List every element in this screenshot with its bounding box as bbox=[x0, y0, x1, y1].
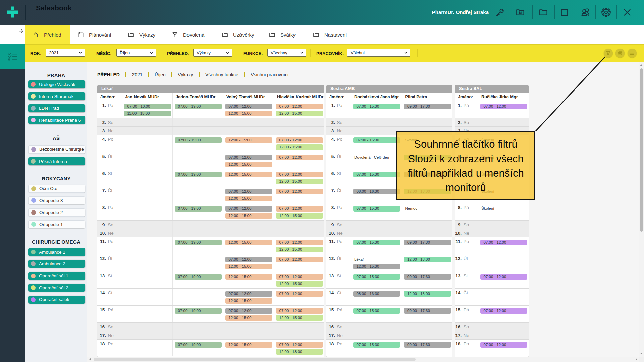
schedule-cell[interactable]: 09:00 - 17:30 bbox=[402, 306, 453, 322]
folder-n-icon[interactable] bbox=[515, 7, 525, 17]
schedule-cell[interactable]: 09:00 - 17:30 bbox=[402, 272, 453, 288]
shift-pill[interactable]: 07:00 - 12:00 bbox=[480, 308, 527, 314]
scroll-left-icon[interactable] bbox=[89, 358, 91, 361]
schedule-cell[interactable] bbox=[351, 118, 402, 126]
shift-pill[interactable]: 07:00 - 19:00 bbox=[175, 308, 222, 314]
schedule-cell[interactable]: 07:00 - 12:0012:00 - 15:00 bbox=[274, 169, 324, 186]
schedule-cell[interactable] bbox=[478, 323, 529, 331]
shift-pill[interactable]: 07:00 - 19:00 bbox=[175, 342, 222, 348]
tab-4[interactable]: Uzávěrky bbox=[214, 25, 262, 44]
shift-pill[interactable]: 07:00 - 19:00 bbox=[175, 206, 222, 212]
schedule-cell[interactable] bbox=[351, 323, 402, 331]
schedule-cell[interactable]: Nemoc bbox=[402, 203, 453, 220]
schedule-cell[interactable]: 12:00 - 15:00 bbox=[223, 272, 274, 288]
shift-pill[interactable]: 07:00 - 12:00 bbox=[225, 155, 272, 160]
schedule-cell[interactable]: 07:00 - 12:0012:00 - 15:00 bbox=[223, 101, 274, 118]
sidebar-item[interactable]: Ortopedie 3 bbox=[28, 196, 85, 204]
schedule-cell[interactable] bbox=[478, 229, 529, 237]
schedule-cell[interactable] bbox=[402, 221, 453, 229]
schedule-cell[interactable] bbox=[223, 118, 274, 126]
schedule-cell[interactable]: 07:00 - 15:30 bbox=[351, 340, 402, 356]
schedule-cell[interactable]: 09:00 - 17:30 bbox=[402, 340, 453, 356]
shift-pill[interactable]: 12:00 - 15:30 bbox=[353, 264, 400, 269]
shift-pill[interactable]: 12:00 - 15:00 bbox=[276, 315, 323, 321]
shift-pill[interactable]: 07:00 - 15:30 bbox=[353, 308, 400, 314]
shift-pill[interactable]: 07:00 - 12:00 bbox=[480, 342, 527, 348]
schedule-cell[interactable]: 08:00 - 16:30 bbox=[351, 289, 402, 305]
vertical-scrollbar-thumb[interactable] bbox=[640, 68, 643, 232]
shift-pill[interactable]: 12:00 - 15:00 bbox=[225, 162, 272, 167]
schedule-cell[interactable]: 07:00 - 12:00 bbox=[478, 306, 529, 322]
schedule-cell[interactable]: 07:00 - 12:00 bbox=[274, 289, 324, 305]
shift-pill[interactable]: 07:00 - 19:00 bbox=[175, 172, 222, 177]
schedule-cell[interactable]: 07:00 - 12:0012:00 - 15:00 bbox=[274, 135, 324, 152]
shift-pill[interactable]: 07:00 - 12:00 bbox=[480, 274, 527, 280]
schedule-cell[interactable]: 07:00 - 15:30 bbox=[351, 306, 402, 322]
schedule-cell[interactable] bbox=[172, 229, 223, 237]
schedule-cell[interactable] bbox=[223, 323, 274, 331]
shift-pill[interactable]: 07:00 - 12:00 bbox=[225, 308, 272, 314]
shift-pill[interactable]: 09:00 - 17:30 bbox=[404, 274, 451, 280]
sidebar-item[interactable]: Ortopedie 2 bbox=[28, 208, 85, 217]
schedule-cell[interactable]: 07:00 - 15:30 bbox=[351, 203, 402, 220]
shift-pill[interactable]: 07:00 - 12:00 bbox=[225, 206, 272, 212]
shift-pill[interactable]: 07:00 - 12:00 bbox=[276, 104, 323, 109]
shift-pill[interactable]: 07:00 - 12:00 bbox=[276, 257, 323, 262]
scroll-up-icon[interactable] bbox=[640, 64, 643, 66]
shift-pill[interactable]: 07:00 - 19:00 bbox=[175, 274, 222, 280]
shift-pill[interactable]: 11:00 - 15:00 bbox=[124, 111, 171, 116]
schedule-cell[interactable]: Dovolená - Celý den bbox=[351, 152, 402, 169]
shift-pill[interactable]: 08:00 - 16:30 bbox=[353, 189, 400, 194]
schedule-cell[interactable]: 07:00 - 12:0012:00 - 15:00 bbox=[274, 237, 324, 254]
sidebar-checklist-button[interactable] bbox=[0, 44, 25, 69]
schedule-cell[interactable]: 09:00 - 17:30 bbox=[402, 101, 453, 118]
shift-pill[interactable]: 07:00 - 19:00 bbox=[175, 240, 222, 245]
filter-select-0[interactable]: 2021 bbox=[46, 49, 85, 57]
schedule-cell[interactable] bbox=[478, 289, 529, 305]
tab-5[interactable]: Svátky bbox=[262, 25, 306, 44]
shift-pill[interactable]: 07:00 - 12:00 bbox=[276, 342, 323, 348]
schedule-cell[interactable]: 07:00 - 15:30 bbox=[351, 101, 402, 118]
schedule-cell[interactable]: 07:00 - 19:00 bbox=[172, 237, 223, 254]
schedule-cell[interactable] bbox=[274, 229, 324, 237]
schedule-cell[interactable]: 07:00 - 12:00 bbox=[274, 152, 324, 169]
schedule-cell[interactable]: 07:00 - 19:00 bbox=[172, 340, 223, 356]
schedule-cell[interactable] bbox=[223, 221, 274, 229]
folder-icon[interactable] bbox=[538, 7, 548, 17]
schedule-cell[interactable]: 12:00 - 15:00 bbox=[223, 135, 274, 152]
shift-pill[interactable]: 09:00 - 17:30 bbox=[404, 240, 451, 245]
schedule-cell[interactable]: 09:00 - 17:30 bbox=[402, 237, 453, 254]
schedule-cell[interactable]: 07:00 - 19:00 bbox=[172, 306, 223, 322]
schedule-cell[interactable]: 07:00 - 12:0012:00 - 15:00 bbox=[223, 203, 274, 220]
tab-3[interactable]: Dovolená bbox=[164, 25, 214, 44]
schedule-cell[interactable] bbox=[122, 254, 172, 271]
schedule-cell[interactable] bbox=[274, 118, 324, 126]
shift-pill[interactable]: 12:00 - 15:00 bbox=[225, 172, 272, 177]
printer-button[interactable] bbox=[615, 49, 625, 58]
schedule-cell[interactable] bbox=[122, 135, 172, 152]
shift-pill[interactable]: 09:00 - 17:30 bbox=[404, 308, 451, 314]
schedule-cell[interactable] bbox=[172, 331, 223, 339]
schedule-cell[interactable] bbox=[351, 229, 402, 237]
shift-pill[interactable]: 07:00 - 12:00 bbox=[276, 172, 323, 177]
schedule-cell[interactable] bbox=[122, 237, 172, 254]
scroll-down-icon[interactable] bbox=[640, 353, 643, 354]
schedule-cell[interactable]: 07:00 - 12:0012:00 - 15:00 bbox=[223, 186, 274, 203]
shift-pill[interactable]: 12:00 - 15:00 bbox=[276, 111, 323, 116]
schedule-cell[interactable] bbox=[478, 331, 529, 339]
schedule-cell[interactable]: 07:00 - 12:00 bbox=[478, 101, 529, 118]
shift-pill[interactable]: 12:00 - 15:00 bbox=[276, 281, 323, 287]
schedule-cell[interactable]: 07:00 - 12:00 bbox=[274, 254, 324, 271]
sidebar-item[interactable]: Ambulance 2 bbox=[28, 260, 85, 268]
sidebar-item[interactable]: Ambulance 1 bbox=[28, 248, 85, 256]
schedule-cell[interactable] bbox=[122, 186, 172, 203]
shift-pill[interactable]: 12:00 - 15:00 bbox=[225, 274, 272, 280]
menu-button[interactable] bbox=[628, 49, 637, 58]
shift-pill[interactable]: 07:00 - 12:00 bbox=[480, 104, 527, 109]
schedule-cell[interactable] bbox=[172, 289, 223, 305]
schedule-cell[interactable]: 07:00 - 19:00 bbox=[172, 203, 223, 220]
schedule-cell[interactable]: 07:00 - 12:00 bbox=[274, 186, 324, 203]
schedule-cell[interactable] bbox=[402, 229, 453, 237]
schedule-cell[interactable]: 07:00 - 12:0012:00 - 15:00 bbox=[223, 254, 274, 271]
sidebar-item[interactable]: Pěkná Interna bbox=[28, 157, 85, 165]
